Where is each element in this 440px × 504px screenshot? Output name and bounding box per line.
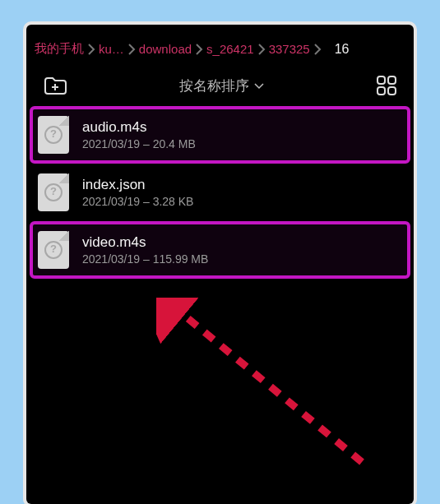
chevron-right-icon <box>195 44 203 55</box>
chevron-down-icon <box>254 77 264 94</box>
chevron-right-icon <box>257 44 266 55</box>
file-name: index.json <box>82 177 193 193</box>
toolbar: 按名称排序 <box>26 63 414 104</box>
new-folder-icon[interactable] <box>43 76 67 95</box>
breadcrumb-item[interactable]: 我的手机 <box>35 41 84 57</box>
file-meta: 2021/03/19 – 20.4 MB <box>82 137 196 150</box>
file-name: video.m4s <box>82 234 208 251</box>
chevron-right-icon <box>87 44 95 55</box>
file-row[interactable]: ? audio.m4s 2021/03/19 – 20.4 MB <box>31 108 409 162</box>
sort-button[interactable]: 按名称排序 <box>179 76 264 95</box>
file-icon: ? <box>38 173 69 211</box>
file-meta: 2021/03/19 – 3.28 KB <box>82 195 193 208</box>
file-icon: ? <box>38 116 69 154</box>
file-manager-screen: 我的手机 ku… download s_26421 337325 16 <box>26 25 414 504</box>
breadcrumb-item[interactable]: download <box>139 42 192 56</box>
svg-rect-2 <box>377 76 385 84</box>
breadcrumb-item[interactable]: 337325 <box>269 42 310 56</box>
file-meta: 2021/03/19 – 115.99 MB <box>82 252 208 266</box>
chevron-right-icon <box>313 44 322 55</box>
chevron-right-icon <box>127 44 136 55</box>
breadcrumb: 我的手机 ku… download s_26421 337325 16 <box>26 25 414 63</box>
breadcrumb-item[interactable]: ku… <box>99 42 124 56</box>
svg-rect-5 <box>388 87 396 95</box>
file-row[interactable]: ? index.json 2021/03/19 – 3.28 KB <box>31 165 409 220</box>
svg-rect-3 <box>388 76 396 84</box>
sort-label: 按名称排序 <box>179 76 249 95</box>
grid-view-icon[interactable] <box>376 75 397 96</box>
breadcrumb-count: 16 <box>335 42 350 57</box>
svg-rect-4 <box>377 87 385 95</box>
file-row[interactable]: ? video.m4s 2021/03/19 – 115.99 MB <box>31 223 409 277</box>
file-icon: ? <box>38 231 69 269</box>
breadcrumb-item[interactable]: s_26421 <box>206 42 254 56</box>
file-name: audio.m4s <box>82 119 196 136</box>
file-list: ? audio.m4s 2021/03/19 – 20.4 MB ? index… <box>26 108 414 277</box>
